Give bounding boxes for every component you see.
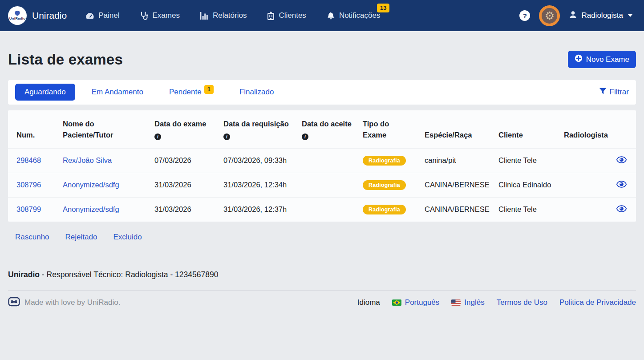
tab-pendente[interactable]: Pendente1 — [160, 84, 223, 101]
radiologist-cell — [555, 148, 609, 173]
filter-button[interactable]: Filtrar — [599, 88, 629, 97]
col-header-client: Cliente — [490, 110, 555, 148]
col-header-species: Espécie/Raça — [416, 110, 490, 148]
status-tabs-bar: Aguardando Em Andamento Pendente1 Finali… — [8, 80, 636, 105]
hospital-icon — [267, 12, 275, 20]
language-english-label: Inglês — [464, 298, 484, 307]
table-row: 298468 Rex/João Silva 07/03/2026 07/03/2… — [8, 148, 636, 173]
uniradio-logo[interactable]: UniRadio — [8, 6, 27, 25]
nav-item-notificacoes[interactable]: Notificações 13 — [327, 11, 381, 20]
language-portuguese-link[interactable]: Português — [392, 298, 440, 307]
exams-table-card: Num. Nome do Paciente/Tutor Data do exam… — [8, 110, 636, 222]
col-header-radiologist: Radiologista — [555, 110, 609, 148]
user-icon — [569, 11, 577, 21]
species-cell: CANINA/BERNESE — [416, 197, 490, 222]
radiologist-cell — [555, 173, 609, 197]
client-cell: Cliente Tele — [490, 197, 555, 222]
nav-item-relatorios[interactable]: Relatórios — [200, 11, 247, 20]
client-cell: Cliente Tele — [490, 148, 555, 173]
new-exam-button[interactable]: Novo Exame — [568, 51, 636, 68]
made-with-love: Made with love by UniRadio. — [8, 297, 120, 309]
bell-icon — [327, 11, 335, 20]
request-date-cell: 07/03/2026, 09:33h — [215, 148, 293, 173]
exam-date-cell: 31/03/2026 — [146, 173, 215, 197]
species-cell: CANINA/BERNESE — [416, 173, 490, 197]
view-exam-eye-icon[interactable] — [616, 156, 627, 165]
link-excluido[interactable]: Excluido — [113, 233, 142, 242]
col-header-exam-date: Data do exame i — [146, 110, 215, 148]
tab-finalizado[interactable]: Finalizado — [230, 84, 284, 101]
nav-item-painel[interactable]: Painel — [85, 11, 119, 20]
col-header-patient: Nome do Paciente/Tutor — [54, 110, 146, 148]
language-english-link[interactable]: Inglês — [451, 298, 484, 307]
secondary-status-links: Rascunho Rejeitado Excluido — [8, 233, 636, 242]
species-cell: canina/pit — [416, 148, 490, 173]
view-exam-eye-icon[interactable] — [616, 205, 627, 214]
filter-label: Filtrar — [610, 88, 629, 97]
language-label: Idioma — [357, 298, 380, 307]
bar-chart-icon — [200, 12, 209, 20]
patient-link[interactable]: Anonymized/sdfg — [63, 205, 119, 213]
client-cell: Clinica Edinaldo — [490, 173, 555, 197]
gauge-icon — [85, 12, 94, 20]
gear-icon[interactable]: ⚙ — [545, 10, 555, 21]
help-icon[interactable]: ? — [519, 10, 530, 21]
brazil-flag-icon — [392, 299, 401, 306]
main-content: Lista de exames Novo Exame Aguardando Em… — [0, 51, 644, 315]
patient-link[interactable]: Rex/João Silva — [63, 156, 112, 164]
us-flag-icon — [451, 299, 461, 306]
info-icon[interactable]: i — [302, 133, 308, 140]
col-header-accept-date: Data do aceite i — [293, 110, 354, 148]
radiologist-cell — [555, 197, 609, 222]
user-menu[interactable]: Radiologista — [569, 11, 632, 21]
nav-label: Relatórios — [213, 11, 247, 20]
exams-table: Num. Nome do Paciente/Tutor Data do exam… — [8, 110, 636, 222]
privacy-policy-link[interactable]: Politica de Privacidade — [559, 298, 636, 307]
link-rascunho[interactable]: Rascunho — [15, 233, 49, 242]
terms-of-use-link[interactable]: Termos de Uso — [497, 298, 547, 307]
tab-em-andamento[interactable]: Em Andamento — [82, 84, 153, 101]
nav-label: Notificações — [339, 11, 381, 20]
request-date-cell: 31/03/2026, 12:37h — [215, 197, 293, 222]
new-exam-label: Novo Exame — [586, 55, 629, 64]
accept-date-cell — [293, 148, 354, 173]
nav-label: Clientes — [279, 11, 306, 20]
tab-aguardando[interactable]: Aguardando — [15, 84, 75, 101]
col-header-request-date: Data da requisição i — [215, 110, 293, 148]
chevron-down-icon — [628, 14, 632, 17]
info-icon[interactable]: i — [154, 133, 161, 140]
exam-number-link[interactable]: 298468 — [16, 156, 41, 164]
logo-shield-icon — [15, 11, 20, 16]
link-rejeitado[interactable]: Rejeitado — [65, 233, 97, 242]
nav-item-exames[interactable]: Exames — [140, 11, 179, 20]
uniradio-mark-icon — [8, 297, 20, 309]
settings-highlight-ring[interactable]: ⚙ — [539, 5, 560, 26]
exam-number-link[interactable]: 308799 — [16, 205, 41, 213]
main-navigation: Painel Exames Relatórios — [85, 11, 380, 20]
made-with-text: Made with love by UniRadio. — [24, 298, 120, 307]
plus-circle-icon — [575, 54, 583, 65]
pendente-count-badge: 1 — [204, 85, 214, 94]
exam-type-badge: Radiografia — [363, 205, 406, 214]
exam-number-link[interactable]: 308796 — [16, 181, 41, 189]
table-row: 308796 Anonymized/sdfg 31/03/2026 31/03/… — [8, 173, 636, 197]
nav-item-clientes[interactable]: Clientes — [267, 11, 306, 20]
col-header-exam-type: Tipo do Exame — [354, 110, 416, 148]
tech-text: - Responsável Técnico: Radiologista - 12… — [40, 270, 218, 279]
brand-name[interactable]: Uniradio — [32, 10, 67, 21]
exam-date-cell: 31/03/2026 — [146, 197, 215, 222]
footer-bar: Made with love by UniRadio. Idioma Portu… — [8, 291, 636, 315]
funnel-icon — [599, 88, 607, 97]
col-header-num: Num. — [8, 110, 54, 148]
logo-text: UniRadio — [9, 16, 26, 20]
patient-link[interactable]: Anonymized/sdfg — [63, 181, 119, 189]
table-header-row: Num. Nome do Paciente/Tutor Data do exam… — [8, 110, 636, 148]
footer-links: Idioma Português Inglês — [357, 298, 636, 307]
exam-type-badge: Radiografia — [363, 180, 406, 190]
view-exam-eye-icon[interactable] — [616, 181, 627, 190]
exam-type-badge: Radiografia — [363, 156, 406, 166]
exam-date-cell: 07/03/2026 — [146, 148, 215, 173]
page-title: Lista de exames — [8, 51, 123, 68]
info-icon[interactable]: i — [223, 133, 230, 140]
table-row: 308799 Anonymized/sdfg 31/03/2026 31/03/… — [8, 197, 636, 222]
